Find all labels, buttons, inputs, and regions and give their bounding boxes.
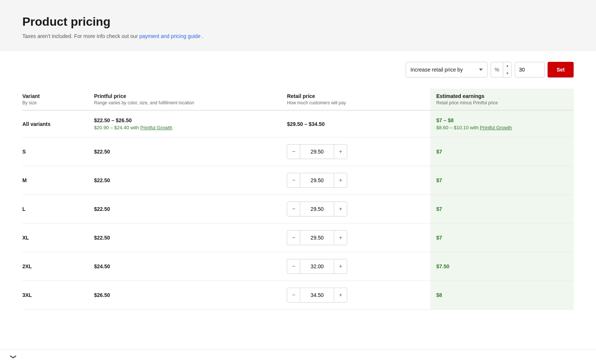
variant-size-label: S (22, 149, 26, 155)
variant-size-label: XL (22, 235, 29, 241)
unit-down-arrow[interactable]: ▼ (503, 70, 511, 77)
printful-price-cell: $26.50 (94, 292, 110, 298)
earnings-cell: $8 (436, 292, 442, 298)
value-input[interactable] (515, 62, 545, 77)
all-variants-label: All variants (22, 121, 50, 127)
scroll-down-chevron: ❯ (10, 354, 17, 359)
increment-button[interactable]: + (334, 230, 347, 245)
printful-price-cell: $22.50 (94, 206, 110, 212)
printful-price-cell: $22.50 (94, 235, 110, 241)
printful-price-cell: $22.50 (94, 177, 110, 183)
decrement-button[interactable]: − (287, 173, 300, 188)
pricing-guide-link[interactable]: payment and pricing guide (139, 33, 200, 39)
retail-price-input[interactable] (300, 144, 334, 159)
printful-growth-link[interactable]: Printful Growth (140, 125, 172, 130)
retail-price-input[interactable] (300, 173, 334, 188)
retail-stepper: − + (287, 230, 424, 245)
unit-arrows: ▲ ▼ (503, 62, 511, 77)
unit-up-arrow[interactable]: ▲ (503, 62, 511, 70)
decrement-button[interactable]: − (287, 202, 300, 216)
printful-price-cell: $24.50 (94, 263, 110, 269)
retail-header: Retail price How much customers will pay (287, 89, 430, 110)
decrement-button[interactable]: − (287, 259, 300, 274)
retail-price-input[interactable] (300, 230, 334, 245)
all-variants-earnings: $7 – $8 (436, 117, 568, 123)
table-row: 2XL $24.50 − + $7.50 (22, 252, 574, 281)
increase-dropdown[interactable]: Increase retail price by (406, 62, 488, 77)
unit-selector: % ▲ ▼ (491, 62, 512, 77)
table-row: S $22.50 − + $7 (22, 137, 574, 166)
decrement-button[interactable]: − (287, 144, 300, 159)
variant-header: Variant By size (22, 89, 94, 110)
all-variants-printful-price: $22.50 – $26.50 (94, 117, 281, 123)
variant-size-label: 3XL (22, 292, 32, 298)
earnings-cell: $7 (436, 149, 442, 155)
pricing-toolbar: Increase retail price by % ▲ ▼ Set (22, 62, 574, 77)
table-row: XL $22.50 − + $7 (22, 224, 574, 252)
retail-stepper: − + (287, 259, 424, 274)
variant-size-label: M (22, 177, 27, 183)
decrement-button[interactable]: − (287, 230, 300, 245)
retail-price-input[interactable] (300, 202, 334, 216)
variant-size-label: L (22, 206, 26, 212)
earnings-cell: $7 (436, 235, 442, 241)
increment-button[interactable]: + (334, 259, 347, 274)
earnings-cell: $7 (436, 177, 442, 183)
retail-price-input[interactable] (300, 288, 334, 303)
retail-price-input[interactable] (300, 259, 334, 274)
table-row: 3XL $26.50 − + $8 (22, 281, 574, 310)
decrement-button[interactable]: − (287, 288, 300, 303)
earnings-header: Estimated earnings Retail price minus Pr… (430, 89, 574, 110)
retail-stepper: − + (287, 288, 424, 303)
variant-size-label: 2XL (22, 263, 32, 269)
all-variants-row: All variants $22.50 – $26.50 $20.90 – $2… (22, 110, 574, 137)
scroll-indicator: ❯ (0, 349, 596, 364)
subtitle: Taxes aren't included. For more info che… (22, 33, 574, 39)
earnings-growth-link[interactable]: Printful Growth (480, 125, 512, 130)
earnings-cell: $7 (436, 206, 442, 212)
earnings-cell: $7.50 (436, 263, 449, 269)
retail-stepper: − + (287, 144, 424, 159)
chevron-down-icon (479, 69, 483, 71)
printful-price-cell: $22.50 (94, 149, 110, 155)
increment-button[interactable]: + (334, 288, 347, 303)
table-row: L $22.50 − + $7 (22, 195, 574, 224)
increment-button[interactable]: + (334, 144, 347, 159)
set-button[interactable]: Set (548, 62, 574, 77)
printful-header: Printful price Range varies by color, si… (94, 89, 287, 110)
dropdown-label: Increase retail price by (410, 67, 463, 73)
retail-stepper: − + (287, 202, 424, 216)
retail-stepper: − + (287, 173, 424, 188)
table-row: M $22.50 − + $7 (22, 166, 574, 195)
pricing-table: Variant By size Printful price Range var… (22, 89, 574, 310)
increment-button[interactable]: + (334, 173, 347, 188)
all-variants-retail-price: $29.50 – $34.50 (287, 121, 324, 127)
all-variants-earnings-growth: $8.60 – $10.10 with Printful Growth (436, 125, 568, 130)
all-variants-growth-price: $20.90 – $24.40 with Printful Growth (94, 125, 281, 130)
unit-label: % (491, 62, 503, 77)
page-title: Product pricing (22, 15, 574, 29)
increment-button[interactable]: + (334, 202, 347, 216)
